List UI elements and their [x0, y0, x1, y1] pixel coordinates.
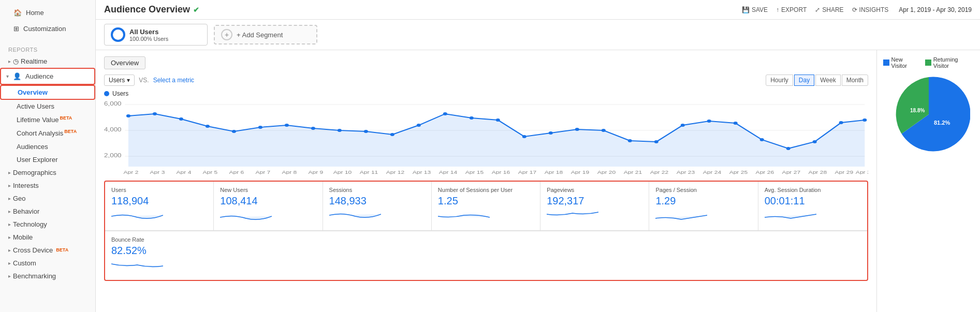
sidebar-item-interests[interactable]: ▸ Interests: [0, 179, 95, 192]
metric-selector: Users ▾ VS. Select a metric: [104, 75, 194, 86]
svg-text:Apr 30: Apr 30: [856, 170, 868, 174]
add-segment-button[interactable]: + + Add Segment: [214, 25, 317, 44]
date-range[interactable]: Apr 1, 2019 - Apr 30, 2019: [899, 6, 972, 13]
svg-point-26: [654, 140, 659, 143]
stat-avg-session-duration: Avg. Session Duration 00:01:11: [758, 182, 867, 231]
svg-point-14: [338, 129, 342, 132]
new-visitor-legend: New Visitor: [883, 56, 919, 69]
add-segment-icon: +: [221, 29, 232, 40]
svg-text:Apr 18: Apr 18: [545, 170, 563, 174]
svg-text:Apr 10: Apr 10: [333, 170, 352, 174]
svg-text:Apr 3: Apr 3: [150, 170, 165, 174]
sidebar-item-cohort-analysis[interactable]: Cohort AnalysisBETA: [0, 126, 95, 140]
svg-text:Apr 23: Apr 23: [677, 170, 695, 174]
svg-text:Apr 29: Apr 29: [835, 170, 854, 174]
svg-text:Apr 9: Apr 9: [308, 170, 323, 174]
sessions-sparkline: [329, 209, 381, 224]
page-header: Audience Overview ✔ 💾 SAVE ↑ EXPORT ⤢ SH…: [96, 0, 980, 20]
svg-point-8: [179, 117, 183, 121]
insights-icon: ⟳: [852, 6, 857, 13]
reports-section-label: REPORTS: [0, 41, 95, 55]
sidebar-item-benchmarking[interactable]: ▸ Benchmarking: [0, 270, 95, 283]
chart-legend: Users: [104, 90, 868, 97]
svg-text:Apr 28: Apr 28: [809, 170, 827, 174]
sidebar-item-lifetime-value[interactable]: Lifetime ValueBETA: [0, 113, 95, 126]
svg-text:Apr 5: Apr 5: [203, 170, 218, 174]
stat-bounce-rate: Bounce Rate 82.52%: [105, 231, 867, 280]
chevron-down-icon: ▾: [6, 73, 9, 79]
share-icon: ⤢: [815, 6, 820, 13]
select-metric-link[interactable]: Select a metric: [153, 77, 194, 84]
segment-info: All Users 100.00% Users: [129, 28, 168, 42]
segment-icon: [111, 27, 125, 42]
svg-text:Apr 19: Apr 19: [571, 170, 590, 174]
sidebar-item-technology[interactable]: ▸ Technology: [0, 218, 95, 231]
metric-dropdown[interactable]: Users ▾: [104, 75, 135, 86]
svg-point-22: [549, 131, 553, 135]
sidebar-item-audiences[interactable]: Audiences: [0, 140, 95, 153]
svg-text:18.8%: 18.8%: [910, 108, 925, 113]
svg-point-30: [760, 138, 764, 141]
sidebar-item-behavior[interactable]: ▸ Behavior: [0, 205, 95, 218]
svg-text:Apr 4: Apr 4: [177, 170, 192, 174]
share-button[interactable]: ⤢ SHARE: [815, 6, 843, 13]
chevron-right-icon: ▸: [8, 221, 11, 227]
insights-button[interactable]: ⟳ INSIGHTS: [852, 6, 889, 13]
page-title: Audience Overview ✔: [104, 4, 199, 15]
svg-text:Apr 26: Apr 26: [756, 170, 774, 174]
svg-text:Apr 20: Apr 20: [597, 170, 616, 174]
overview-tab[interactable]: Overview: [104, 56, 145, 69]
line-chart-container: 6,000 4,000 2,000: [104, 99, 868, 174]
svg-point-18: [443, 112, 447, 115]
sidebar-item-cross-device[interactable]: ▸ Cross DeviceBETA: [0, 244, 95, 257]
sidebar-item-active-users[interactable]: Active Users: [0, 100, 95, 113]
right-panel: New Visitor Returning Visitor 8: [876, 50, 980, 312]
svg-text:Apr 27: Apr 27: [782, 170, 801, 174]
sidebar-item-geo[interactable]: ▸ Geo: [0, 192, 95, 205]
sidebar-item-home[interactable]: 🏠 Home: [8, 5, 87, 20]
export-button[interactable]: ↑ EXPORT: [776, 6, 807, 13]
avg-session-sparkline: [765, 209, 816, 224]
svg-point-21: [522, 135, 526, 138]
sidebar-item-demographics[interactable]: ▸ Demographics: [0, 166, 95, 179]
sidebar-item-audience[interactable]: ▾ 👤 Audience: [0, 68, 95, 85]
svg-text:Apr 15: Apr 15: [465, 170, 484, 174]
svg-point-33: [839, 121, 843, 124]
main-content: Audience Overview ✔ 💾 SAVE ↑ EXPORT ⤢ SH…: [96, 0, 980, 312]
save-button[interactable]: 💾 SAVE: [742, 6, 768, 13]
time-day-button[interactable]: Day: [794, 75, 814, 86]
sidebar-item-overview[interactable]: Overview: [0, 85, 95, 100]
sidebar-item-realtime[interactable]: ▸ ◷ Realtime: [0, 55, 95, 68]
sidebar-item-user-explorer[interactable]: User Explorer: [0, 153, 95, 166]
svg-point-19: [470, 116, 474, 120]
audience-icon: 👤: [13, 72, 21, 80]
svg-text:Apr 6: Apr 6: [229, 170, 244, 174]
time-month-button[interactable]: Month: [842, 75, 868, 86]
sessions-per-user-sparkline: [438, 209, 490, 224]
chevron-right-icon: ▸: [8, 170, 11, 175]
time-controls: Hourly Day Week Month: [766, 75, 868, 86]
svg-point-17: [417, 124, 421, 127]
sidebar-item-custom[interactable]: ▸ Custom: [0, 257, 95, 270]
svg-point-6: [126, 114, 130, 117]
svg-point-23: [575, 128, 579, 131]
time-week-button[interactable]: Week: [815, 75, 840, 86]
returning-visitor-color: [925, 60, 931, 66]
svg-text:Apr 21: Apr 21: [624, 170, 642, 174]
svg-text:Apr 17: Apr 17: [518, 170, 537, 174]
svg-point-31: [786, 147, 791, 150]
chevron-right-icon: ▸: [8, 196, 11, 201]
sidebar-item-mobile[interactable]: ▸ Mobile: [0, 231, 95, 244]
users-sparkline: [111, 209, 163, 224]
stat-new-users: New Users 108,414: [214, 182, 323, 231]
stat-pageviews: Pageviews 192,317: [540, 182, 649, 231]
chevron-right-icon: ▸: [8, 234, 11, 240]
chart-controls: Users ▾ VS. Select a metric Hourly Day W…: [104, 75, 868, 86]
svg-text:Apr 8: Apr 8: [282, 170, 297, 174]
svg-point-12: [285, 124, 289, 127]
time-hourly-button[interactable]: Hourly: [766, 75, 793, 86]
all-users-segment[interactable]: All Users 100.00% Users: [104, 24, 208, 46]
new-visitor-color: [883, 60, 889, 66]
sidebar-item-customization[interactable]: ⊞ Customization: [8, 21, 87, 36]
svg-text:Apr 25: Apr 25: [729, 170, 748, 174]
